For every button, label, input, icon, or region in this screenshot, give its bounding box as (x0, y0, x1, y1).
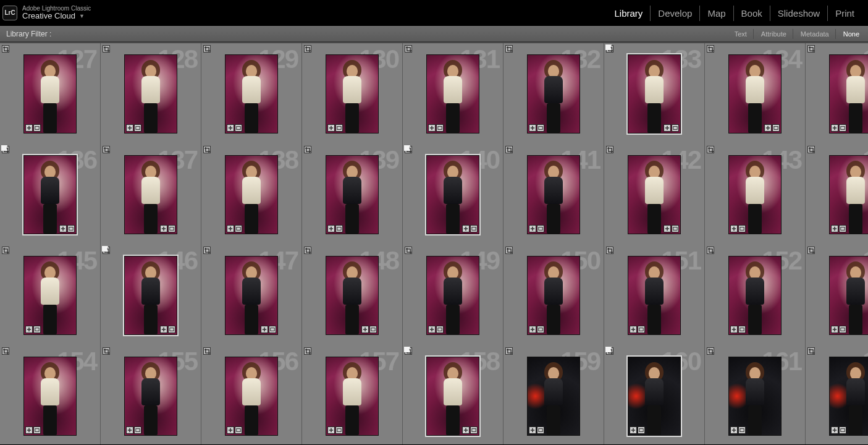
thumbnail[interactable] (829, 357, 868, 436)
grid-cell[interactable]: 127 (0, 43, 101, 144)
pick-flag-icon[interactable] (605, 44, 612, 50)
thumbnail[interactable] (829, 54, 868, 134)
grid-cell[interactable]: 146 (101, 245, 201, 345)
thumbnail[interactable] (426, 54, 479, 134)
thumbnail[interactable] (23, 155, 77, 234)
thumbnail[interactable] (124, 155, 177, 234)
grid-cell[interactable]: 151 (604, 245, 705, 345)
svg-rect-30 (337, 428, 341, 431)
grid-cell[interactable]: 157 (302, 345, 403, 444)
filter-option-text[interactable]: Text (728, 29, 754, 39)
grid-cell[interactable]: 142 (604, 144, 705, 245)
grid-cell[interactable]: 149 (403, 245, 504, 345)
filter-option-attribute[interactable]: Attribute (755, 29, 793, 39)
module-tab-library[interactable]: Library (607, 6, 651, 21)
thumbnail[interactable] (326, 256, 379, 335)
pick-flag-icon[interactable] (404, 347, 410, 352)
grid-cell[interactable]: 152 (705, 245, 806, 345)
grid-cell[interactable]: 162 (806, 345, 868, 444)
thumbnail[interactable] (426, 155, 479, 234)
grid-cell[interactable]: 156 (201, 345, 302, 444)
thumbnail-badges (227, 225, 242, 232)
svg-rect-10 (170, 227, 174, 230)
thumbnail[interactable] (628, 256, 681, 335)
grid-cell[interactable]: 133 (604, 43, 705, 144)
module-tab-print[interactable]: Print (828, 6, 862, 21)
grid-cell[interactable]: 140 (403, 144, 504, 245)
thumbnail[interactable] (225, 155, 278, 234)
grid-cell[interactable]: 143 (705, 144, 806, 245)
grid-cell[interactable]: 132 (504, 43, 604, 144)
thumbnail[interactable] (628, 155, 681, 234)
thumbnail[interactable] (829, 155, 868, 234)
pick-flag-icon[interactable] (1, 145, 7, 151)
thumbnail[interactable] (527, 357, 580, 436)
grid-cell[interactable]: 128 (101, 43, 201, 144)
grid-cell[interactable]: 161 (705, 345, 806, 444)
crop-icon (304, 146, 311, 153)
grid-cell[interactable]: 141 (504, 144, 604, 245)
grid-cell[interactable]: 139 (302, 144, 403, 245)
module-tab-book[interactable]: Book (734, 6, 770, 21)
grid-cell[interactable]: 144 (806, 144, 868, 245)
develop-badge-icon (327, 225, 335, 232)
grid-cell[interactable]: 129 (201, 43, 302, 144)
grid-view[interactable]: 1271281291301311321331341351361371381391… (0, 42, 868, 444)
thumbnail[interactable] (628, 54, 681, 134)
grid-cell[interactable]: 131 (403, 43, 504, 144)
chevron-down-icon[interactable]: ▼ (79, 14, 85, 20)
thumbnail[interactable] (426, 256, 479, 335)
grid-cell[interactable]: 145 (0, 245, 101, 345)
module-tab-develop[interactable]: Develop (651, 6, 700, 21)
crop-badge-icon (269, 326, 276, 333)
thumbnail-badges (831, 326, 846, 333)
grid-cell[interactable]: 159 (504, 345, 604, 444)
grid-cell[interactable]: 137 (101, 144, 201, 245)
pick-flag-icon[interactable] (404, 145, 410, 151)
thumbnail[interactable] (527, 256, 580, 335)
thumbnail[interactable] (326, 357, 379, 436)
thumbnail[interactable] (527, 54, 580, 134)
thumbnail[interactable] (124, 357, 177, 436)
pick-flag-icon[interactable] (102, 246, 108, 252)
grid-cell[interactable]: 153 (806, 245, 868, 345)
thumbnail[interactable] (527, 155, 580, 234)
thumbnail[interactable] (23, 256, 77, 335)
module-tab-map[interactable]: Map (700, 6, 733, 21)
thumbnail[interactable] (23, 54, 77, 134)
module-tab-slideshow[interactable]: Slideshow (770, 6, 828, 21)
grid-cell[interactable]: 147 (201, 245, 302, 345)
filter-option-metadata[interactable]: Metadata (794, 29, 836, 39)
crop-badge-icon (638, 426, 645, 434)
grid-cell[interactable]: 154 (0, 345, 101, 444)
thumbnail[interactable] (124, 54, 177, 134)
grid-cell[interactable]: 150 (504, 245, 604, 345)
thumbnail[interactable] (326, 155, 379, 234)
thumbnail[interactable] (225, 357, 278, 436)
thumbnail[interactable] (225, 54, 278, 134)
thumbnail[interactable] (628, 357, 681, 436)
thumbnail[interactable] (326, 54, 379, 134)
thumbnail[interactable] (124, 256, 177, 335)
grid-cell[interactable]: 158 (403, 345, 504, 444)
thumbnail[interactable] (728, 357, 782, 436)
grid-cell[interactable]: 155 (101, 345, 201, 444)
grid-cell[interactable]: 136 (0, 144, 101, 245)
grid-cell[interactable]: 148 (302, 245, 403, 345)
grid-cell[interactable]: 138 (201, 144, 302, 245)
pick-flag-icon[interactable] (605, 347, 612, 352)
thumbnail[interactable] (225, 256, 278, 335)
crop-icon (807, 146, 815, 153)
thumbnail[interactable] (728, 256, 782, 335)
thumbnail[interactable] (728, 155, 782, 234)
thumbnail[interactable] (728, 54, 782, 134)
thumbnail[interactable] (426, 357, 479, 436)
filter-option-none[interactable]: None (837, 29, 862, 39)
grid-cell[interactable]: 134 (705, 43, 806, 144)
grid-cell[interactable]: 160 (604, 345, 705, 444)
thumbnail[interactable] (23, 357, 77, 436)
thumbnail[interactable] (829, 256, 868, 335)
thumbnail-badges (25, 426, 41, 434)
grid-cell[interactable]: 130 (302, 43, 403, 144)
grid-cell[interactable]: 135 (806, 43, 868, 144)
